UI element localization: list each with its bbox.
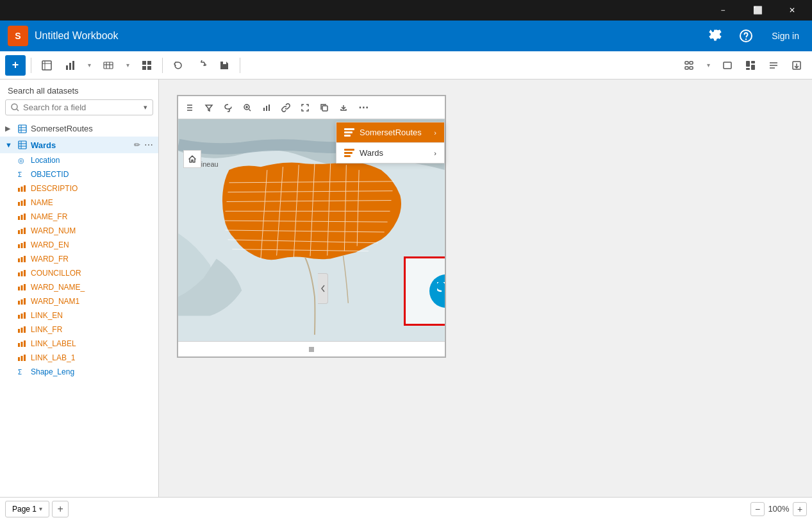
more-icon[interactable]: ⋯: [144, 140, 153, 150]
measure-icon-name: [18, 199, 27, 206]
field-item-shape-leng[interactable]: Σ Shape_Leng: [0, 365, 158, 379]
field-item-link-lab1[interactable]: LINK_LAB_1: [0, 351, 158, 365]
map-list-button[interactable]: [181, 99, 199, 117]
svg-rect-60: [21, 271, 23, 276]
svg-rect-17: [685, 62, 688, 64]
measure-icon-ward-nam1: [18, 298, 27, 305]
field-label-ward-nam1: WARD_NAM1: [31, 297, 79, 306]
field-item-link-label[interactable]: LINK_LABEL: [0, 337, 158, 351]
add-button[interactable]: +: [5, 55, 26, 76]
map-lasso-button[interactable]: [219, 99, 237, 117]
save-button[interactable]: [214, 55, 235, 76]
layer-item-somersetroutes[interactable]: SomersetRoutes ›: [336, 122, 444, 142]
map-link-button[interactable]: [277, 99, 295, 117]
expand-icon: ▶: [5, 124, 14, 133]
map-more-button[interactable]: ⋯: [354, 99, 372, 117]
refresh-icon[interactable]: [429, 274, 445, 308]
svg-rect-8: [72, 61, 74, 70]
field-item-ward-nam1[interactable]: WARD_NAM1: [0, 294, 158, 308]
field-item-objectid[interactable]: Σ OBJECTID: [0, 167, 158, 181]
chart-button[interactable]: [60, 55, 80, 76]
standard-view-button[interactable]: [717, 55, 738, 76]
chart-dropdown[interactable]: ▾: [83, 55, 95, 76]
field-item-location[interactable]: ◎ Location: [0, 153, 158, 167]
page-1-label: Page 1: [12, 505, 37, 514]
close-button[interactable]: ✕: [777, 0, 807, 21]
svg-rect-21: [724, 62, 731, 69]
edit-icon[interactable]: ✏: [134, 140, 140, 149]
map-resize-handle[interactable]: [309, 347, 314, 352]
sign-in-button[interactable]: Sign in: [766, 28, 804, 44]
svg-rect-57: [21, 257, 23, 262]
zoom-in-button[interactable]: +: [793, 502, 807, 516]
table-dropdown[interactable]: ▾: [121, 55, 134, 76]
layer-item-wards[interactable]: Wards ›: [336, 142, 444, 163]
field-item-name[interactable]: NAME: [0, 196, 158, 210]
add-page-button[interactable]: +: [52, 501, 69, 517]
svg-rect-65: [18, 301, 20, 305]
fit-dropdown[interactable]: ▾: [702, 55, 715, 76]
maximize-button[interactable]: ⬜: [743, 0, 772, 21]
zoom-controls: − 100% +: [750, 502, 807, 516]
fit-to-window-button[interactable]: [679, 55, 699, 76]
help-icon[interactable]: [736, 26, 756, 46]
svg-rect-73: [24, 326, 26, 333]
svg-rect-77: [18, 357, 20, 361]
measure-icon-link-lab1: [18, 355, 27, 361]
svg-rect-72: [21, 328, 23, 333]
map-chart-button[interactable]: [258, 99, 276, 117]
main-toolbar: + ▾ ▾: [0, 51, 812, 80]
grid-button[interactable]: [137, 55, 157, 76]
svg-rect-45: [21, 201, 23, 206]
zoom-level: 100%: [767, 504, 790, 514]
redo-button[interactable]: [191, 55, 211, 76]
svg-rect-59: [18, 273, 20, 276]
field-item-ward-fr[interactable]: WARD_FR: [0, 252, 158, 266]
field-item-link-en[interactable]: LINK_EN: [0, 308, 158, 323]
table-button[interactable]: [98, 55, 119, 76]
app-title: Untitled Workbook: [35, 30, 699, 42]
map-home-button[interactable]: [183, 150, 201, 168]
sidebar-collapse-button[interactable]: [318, 273, 328, 304]
field-item-ward-num[interactable]: WARD_NUM: [0, 224, 158, 238]
sheet-view-button[interactable]: [37, 55, 57, 76]
svg-rect-75: [21, 342, 23, 347]
map-filter-button[interactable]: [200, 99, 218, 117]
location-icon: ◎: [18, 156, 27, 165]
presentation-button[interactable]: [763, 55, 784, 76]
svg-rect-68: [18, 315, 20, 319]
dashboard-button[interactable]: [740, 55, 761, 76]
zoom-out-button[interactable]: −: [750, 502, 765, 516]
search-box[interactable]: ▾: [5, 99, 153, 115]
field-item-descriptio[interactable]: DESCRIPTIO: [0, 181, 158, 196]
map-copy-button[interactable]: [315, 99, 333, 117]
page-dropdown-icon[interactable]: ▾: [39, 505, 42, 512]
field-item-name-fr[interactable]: NAME_FR: [0, 210, 158, 224]
svg-rect-13: [142, 61, 146, 65]
svg-rect-71: [18, 329, 20, 333]
svg-rect-78: [21, 356, 23, 361]
svg-rect-37: [19, 141, 26, 149]
field-item-link-fr[interactable]: LINK_FR: [0, 323, 158, 337]
field-item-ward-name[interactable]: WARD_NAME_: [0, 280, 158, 294]
dataset-item-wards[interactable]: ▼ Wards ✏ ⋯: [0, 137, 158, 153]
map-expand-button[interactable]: [296, 99, 314, 117]
field-item-ward-en[interactable]: WARD_EN: [0, 238, 158, 252]
svg-rect-3: [42, 61, 51, 70]
svg-rect-76: [24, 340, 26, 347]
gear-icon[interactable]: [705, 26, 725, 46]
title-bar: − ⬜ ✕: [0, 0, 812, 21]
svg-rect-54: [21, 243, 23, 248]
page-1-tab[interactable]: Page 1 ▾: [5, 501, 49, 517]
dataset-item-somersetroutes[interactable]: ▶ SomersetRoutes: [0, 121, 158, 137]
field-label-location: Location: [31, 156, 60, 165]
svg-rect-25: [746, 68, 750, 70]
map-zoom-button[interactable]: [238, 99, 256, 117]
minimize-button[interactable]: −: [708, 0, 738, 21]
undo-button[interactable]: [168, 55, 188, 76]
export-button[interactable]: [786, 55, 807, 76]
field-item-councillor[interactable]: COUNCILLOR: [0, 266, 158, 280]
search-input[interactable]: [23, 103, 140, 112]
field-label-councillor: COUNCILLOR: [31, 269, 81, 278]
map-export-button[interactable]: [335, 99, 352, 117]
